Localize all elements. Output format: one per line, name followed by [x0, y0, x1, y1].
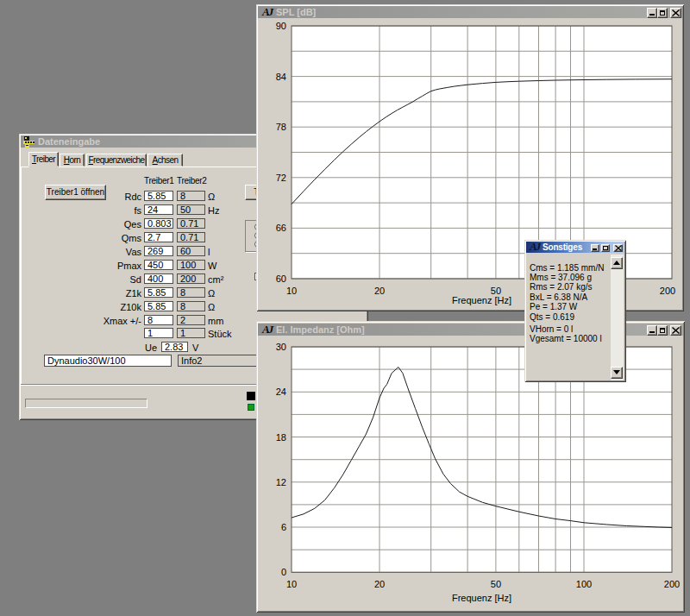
- svg-text:12: 12: [276, 477, 286, 487]
- svg-text:30: 30: [276, 342, 286, 352]
- svg-text:18: 18: [276, 432, 286, 443]
- svg-text:20: 20: [374, 286, 385, 296]
- svg-text:0: 0: [281, 567, 286, 577]
- svg-text:200: 200: [664, 579, 680, 589]
- svg-text:66: 66: [276, 223, 286, 233]
- svg-text:10: 10: [286, 579, 297, 589]
- svg-text:20: 20: [374, 579, 385, 589]
- svg-text:78: 78: [276, 122, 286, 132]
- svg-text:24: 24: [276, 387, 286, 397]
- svg-text:50: 50: [491, 579, 501, 589]
- svg-text:6: 6: [281, 522, 286, 532]
- svg-text:Frequenz [Hz]: Frequenz [Hz]: [452, 593, 511, 603]
- svg-text:Frequenz [Hz]: Frequenz [Hz]: [452, 295, 511, 305]
- svg-text:72: 72: [276, 173, 286, 183]
- svg-text:10: 10: [286, 286, 297, 296]
- svg-text:90: 90: [276, 21, 286, 31]
- svg-text:84: 84: [276, 72, 286, 82]
- svg-text:200: 200: [660, 286, 675, 296]
- svg-text:60: 60: [276, 273, 286, 284]
- svg-text:100: 100: [576, 579, 592, 589]
